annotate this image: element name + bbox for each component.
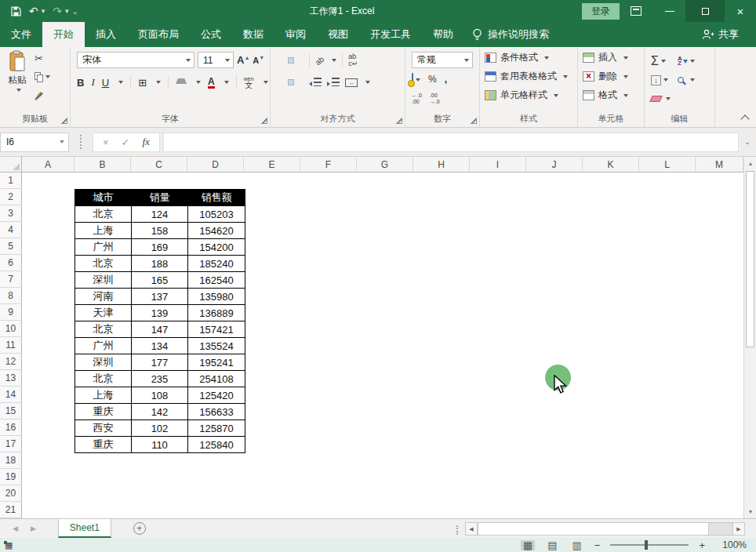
align-center-button[interactable]	[289, 80, 293, 85]
decrease-decimal-button[interactable]: .00→.0	[430, 93, 440, 104]
cell[interactable]: 105203	[188, 206, 245, 223]
fill-color-icon[interactable]	[176, 78, 187, 86]
format-as-table-button[interactable]: 套用表格格式	[485, 70, 568, 83]
name-box[interactable]: I6	[0, 133, 69, 152]
undo-icon[interactable]: ↶	[29, 5, 38, 16]
page-layout-view-button[interactable]: ▤	[545, 540, 559, 550]
next-sheet-icon[interactable]: ▶	[31, 525, 36, 532]
copy-button[interactable]	[35, 71, 50, 83]
normal-view-button[interactable]: ▦	[521, 540, 535, 550]
clear-button[interactable]	[651, 96, 678, 102]
row-header-6[interactable]: 6	[0, 255, 22, 271]
page-break-view-button[interactable]: ▥	[570, 540, 584, 550]
align-left-button[interactable]	[278, 80, 283, 85]
column-header-G[interactable]: G	[357, 157, 413, 172]
row-header-17[interactable]: 17	[0, 436, 22, 452]
scroll-right-icon[interactable]: ▶	[732, 522, 745, 536]
cell[interactable]: 北京	[75, 256, 132, 272]
row-header-13[interactable]: 13	[0, 370, 22, 387]
cell[interactable]: 147	[132, 321, 188, 338]
expand-formula-bar-icon[interactable]: ⌄	[739, 138, 756, 146]
column-header-E[interactable]: E	[244, 157, 300, 172]
share-button[interactable]: 共享	[702, 22, 756, 47]
scroll-left-icon[interactable]: ◀	[465, 522, 478, 536]
cell[interactable]: 124	[132, 206, 188, 223]
row-header-16[interactable]: 16	[0, 419, 22, 436]
collapse-ribbon-icon[interactable]	[740, 114, 749, 123]
increase-indent-button[interactable]	[327, 75, 340, 89]
cell[interactable]: 188	[132, 256, 188, 272]
column-header-I[interactable]: I	[470, 157, 526, 172]
cell[interactable]: 销售额	[188, 190, 245, 206]
italic-button[interactable]: I	[91, 76, 94, 89]
fill-button[interactable]: ↓	[651, 75, 678, 85]
number-format-select[interactable]: 常规	[412, 52, 473, 68]
cell[interactable]: 深圳	[75, 272, 132, 289]
column-header-A[interactable]: A	[22, 157, 75, 172]
row-header-4[interactable]: 4	[0, 222, 22, 238]
autosum-button[interactable]: Σ	[651, 54, 678, 68]
row-header-8[interactable]: 8	[0, 288, 22, 304]
cell[interactable]: 136889	[188, 305, 245, 321]
delete-cells-button[interactable]: 删除	[583, 70, 628, 83]
borders-dropdown-icon[interactable]	[156, 81, 161, 84]
tab-2[interactable]: 开始	[42, 22, 85, 47]
number-dialog-launcher-icon[interactable]	[471, 118, 477, 124]
cell[interactable]: 河南	[75, 289, 132, 305]
sheet-tab-sheet1[interactable]: Sheet1	[58, 519, 111, 538]
redo-icon[interactable]: ↷	[53, 5, 62, 16]
underline-button[interactable]: U	[102, 77, 109, 89]
vertical-scroll-thumb[interactable]	[746, 171, 754, 347]
undo-dropdown-icon[interactable]: ▾	[42, 7, 45, 15]
cell[interactable]: 162540	[188, 272, 245, 289]
cells-area[interactable]: 城市销量销售额北京124105203上海158154620广州169154200…	[22, 172, 743, 518]
cell[interactable]: 108	[132, 387, 188, 404]
cell[interactable]: 125870	[188, 420, 245, 437]
insert-function-button[interactable]: fx	[143, 136, 150, 148]
row-header-10[interactable]: 10	[0, 321, 22, 337]
horizontal-scroll-thumb[interactable]	[478, 522, 709, 536]
row-header-14[interactable]: 14	[0, 387, 22, 403]
cell[interactable]: 西安	[75, 420, 132, 437]
tab-1[interactable]: 文件	[0, 22, 42, 47]
cell[interactable]: 重庆	[75, 437, 132, 453]
row-header-9[interactable]: 9	[0, 304, 22, 321]
cell[interactable]: 102	[132, 420, 188, 437]
cell[interactable]: 157421	[188, 321, 245, 338]
column-header-H[interactable]: H	[413, 157, 470, 172]
align-right-button[interactable]	[299, 80, 303, 85]
tab-4[interactable]: 页面布局	[127, 22, 190, 47]
cell[interactable]: 135524	[188, 338, 245, 354]
cell[interactable]: 125840	[188, 437, 245, 453]
select-all-corner[interactable]	[0, 157, 22, 172]
merge-center-button[interactable]: ↔	[345, 78, 358, 87]
cell[interactable]: 156633	[188, 404, 245, 420]
column-header-C[interactable]: C	[131, 157, 187, 172]
cell[interactable]: 142	[132, 404, 188, 420]
wrap-text-button[interactable]: abc↵	[348, 53, 358, 67]
cell[interactable]: 北京	[75, 321, 132, 338]
cell-styles-button[interactable]: 单元格样式	[485, 89, 568, 102]
cell[interactable]: 185240	[188, 256, 245, 272]
cell[interactable]: 169	[132, 239, 188, 256]
cell[interactable]: 天津	[75, 305, 132, 321]
conditional-formatting-button[interactable]: 条件格式	[485, 51, 568, 64]
underline-dropdown-icon[interactable]	[118, 81, 123, 84]
borders-button[interactable]: ⊞	[138, 77, 147, 89]
cut-button[interactable]: ✂	[35, 52, 43, 64]
column-header-K[interactable]: K	[583, 157, 639, 172]
cell[interactable]: 137	[132, 289, 188, 305]
minimize-button[interactable]: —	[654, 0, 685, 22]
cell[interactable]: 158	[132, 223, 188, 239]
paste-button[interactable]: 粘贴	[3, 50, 31, 107]
cell[interactable]: 110	[132, 437, 188, 453]
cell[interactable]: 上海	[75, 387, 132, 404]
format-cells-button[interactable]: 格式	[583, 89, 628, 102]
increase-decimal-button[interactable]: ←.0.00	[412, 93, 422, 104]
tab-6[interactable]: 数据	[232, 22, 274, 47]
font-size-select[interactable]: 11	[198, 52, 234, 68]
cell[interactable]: 销量	[132, 190, 188, 206]
cell[interactable]: 177	[132, 354, 188, 371]
phonetic-dropdown-icon[interactable]	[264, 81, 268, 84]
insert-cells-button[interactable]: 插入	[583, 51, 628, 64]
